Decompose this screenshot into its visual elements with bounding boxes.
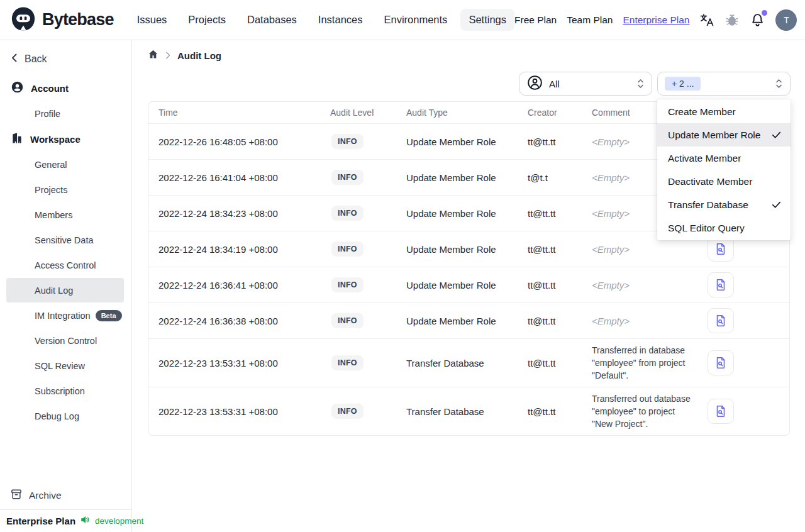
cell-audit-type: Update Member Role xyxy=(396,267,518,302)
menu-item-activate-member[interactable]: Activate Member xyxy=(657,147,791,170)
cell-time: 2022-12-23 13:53:31 +08:00 xyxy=(148,387,320,435)
archive-icon xyxy=(10,488,23,503)
cell-time: 2022-12-24 18:34:23 +08:00 xyxy=(148,195,320,231)
sidebar-item-version-control[interactable]: Version Control xyxy=(6,328,124,353)
menu-item-transfer-database[interactable]: Transfer Database xyxy=(657,193,791,216)
nav-item-instances[interactable]: Instances xyxy=(310,9,371,31)
check-icon xyxy=(771,199,782,210)
menu-item-sql-editor-query[interactable]: SQL Editor Query xyxy=(657,216,791,240)
audit-level-badge: INFO xyxy=(331,241,364,257)
audit-type-filter-value: + 2 ... xyxy=(665,77,701,91)
breadcrumb: Audit Log xyxy=(132,40,805,62)
audit-level-badge: INFO xyxy=(331,277,364,292)
cell-time: 2022-12-23 13:53:31 +08:00 xyxy=(148,338,320,387)
creator-filter-select[interactable]: All xyxy=(519,72,652,96)
menu-item-update-member-role[interactable]: Update Member Role xyxy=(657,123,791,147)
cell-time: 2022-12-26 16:41:04 +08:00 xyxy=(148,159,320,195)
beta-badge: Beta xyxy=(96,310,122,321)
table-row: 2022-12-24 16:36:41 +08:00 INFO Update M… xyxy=(148,267,789,302)
bug-report-icon[interactable] xyxy=(724,13,740,28)
sidebar-item-general[interactable]: General xyxy=(6,152,124,177)
main-content: Audit Log All + 2 .. xyxy=(132,40,805,532)
brand-name: Bytebase xyxy=(42,10,114,30)
cell-time: 2022-12-24 18:34:19 +08:00 xyxy=(148,231,320,267)
menu-item-deactivate-member[interactable]: Deactivate Member xyxy=(657,170,791,193)
sidebar-item-sensitive-data[interactable]: Sensitive Data xyxy=(6,228,124,252)
sidebar-nav: Account Profile Workspace General Projec… xyxy=(0,75,131,428)
workspace-icon xyxy=(11,132,23,147)
menu-item-create-member[interactable]: Create Member xyxy=(657,100,791,123)
nav-item-issues[interactable]: Issues xyxy=(129,9,175,31)
table-row: 2022-12-24 16:36:38 +08:00 INFO Update M… xyxy=(148,302,789,338)
back-button[interactable]: Back xyxy=(10,53,131,65)
sidebar-item-debug-log[interactable]: Debug Log xyxy=(6,404,124,428)
filter-bar: All + 2 ... xyxy=(519,72,791,96)
nav-item-databases[interactable]: Databases xyxy=(239,9,305,31)
column-header-audit-type: Audit Type xyxy=(396,102,518,123)
notification-dot xyxy=(762,10,767,16)
cell-creator: t@t.t xyxy=(518,159,582,195)
audit-type-filter-select[interactable]: + 2 ... xyxy=(657,72,791,96)
cell-creator: tt@tt.tt xyxy=(518,302,582,338)
nav-item-settings[interactable]: Settings xyxy=(460,9,514,31)
nav-item-environments[interactable]: Environments xyxy=(375,9,455,31)
cell-time: 2022-12-24 16:36:41 +08:00 xyxy=(148,267,320,302)
sidebar-item-subscription[interactable]: Subscription xyxy=(6,379,124,403)
cell-audit-type: Update Member Role xyxy=(396,302,518,338)
view-detail-button[interactable] xyxy=(708,236,734,262)
cell-creator: tt@tt.tt xyxy=(518,123,582,159)
sidebar-section-workspace: Workspace xyxy=(0,126,131,152)
cell-audit-type: Update Member Role xyxy=(396,195,518,231)
view-detail-button[interactable] xyxy=(708,399,734,424)
back-label: Back xyxy=(25,53,47,65)
archive-label: Archive xyxy=(29,490,62,501)
audit-level-badge: INFO xyxy=(331,355,364,370)
bytebase-logo-icon xyxy=(10,6,36,35)
translate-icon[interactable] xyxy=(699,13,714,28)
cell-comment: <Empty> xyxy=(592,244,630,255)
view-detail-button[interactable] xyxy=(708,350,734,375)
audit-level-badge: INFO xyxy=(331,206,364,221)
cell-audit-type: Transfer Database xyxy=(396,338,518,387)
audit-type-dropdown-menu: Create Member Update Member Role Activat… xyxy=(657,99,791,240)
column-header-creator: Creator xyxy=(518,102,582,123)
sidebar-item-profile[interactable]: Profile xyxy=(6,101,124,126)
audit-level-badge: INFO xyxy=(331,313,364,328)
table-row: 2022-12-23 13:53:31 +08:00 INFO Transfer… xyxy=(148,387,789,435)
cell-audit-type: Update Member Role xyxy=(396,231,518,267)
sidebar-item-sql-review[interactable]: SQL Review xyxy=(6,353,124,378)
audit-level-badge: INFO xyxy=(331,134,364,149)
nav-item-projects[interactable]: Projects xyxy=(180,9,234,31)
enterprise-plan-link[interactable]: Enterprise Plan xyxy=(623,14,689,26)
plan-status-bar: Enterprise Plan development xyxy=(0,509,131,532)
sidebar-item-projects[interactable]: Projects xyxy=(6,177,124,202)
cell-comment: <Empty> xyxy=(592,172,630,183)
sidebar-item-im-integration[interactable]: IM Integration Beta xyxy=(6,303,124,328)
cell-comment: <Empty> xyxy=(592,316,630,326)
person-circle-icon xyxy=(526,74,543,94)
user-avatar[interactable]: T xyxy=(775,9,797,31)
column-header-time: Time xyxy=(148,102,320,123)
settings-sidebar: Back Account Profile Workspace xyxy=(0,40,132,532)
sidebar-item-access-control[interactable]: Access Control xyxy=(6,253,124,277)
bytebase-logo[interactable]: Bytebase xyxy=(10,6,114,35)
sidebar-item-members[interactable]: Members xyxy=(6,202,124,227)
home-icon[interactable] xyxy=(148,49,158,62)
team-plan-link[interactable]: Team Plan xyxy=(567,14,613,26)
main-nav: Issues Projects Databases Instances Envi… xyxy=(129,9,514,31)
cell-creator: tt@tt.tt xyxy=(518,195,582,231)
archive-button[interactable]: Archive xyxy=(0,488,62,503)
current-plan-label: Enterprise Plan xyxy=(6,516,75,526)
free-plan-link[interactable]: Free Plan xyxy=(514,14,557,26)
notification-bell-icon[interactable] xyxy=(750,12,765,28)
cell-creator: tt@tt.tt xyxy=(518,267,582,302)
navbar-right: Free Plan Team Plan Enterprise Plan xyxy=(514,9,797,31)
account-icon xyxy=(11,80,24,96)
cell-audit-type: Update Member Role xyxy=(396,123,518,159)
view-detail-button[interactable] xyxy=(708,308,734,333)
cell-comment: <Empty> xyxy=(592,280,630,291)
view-detail-button[interactable] xyxy=(708,272,734,297)
chevron-left-icon xyxy=(10,53,19,65)
sidebar-section-account: Account xyxy=(0,75,131,101)
sidebar-item-audit-log[interactable]: Audit Log xyxy=(6,278,124,302)
